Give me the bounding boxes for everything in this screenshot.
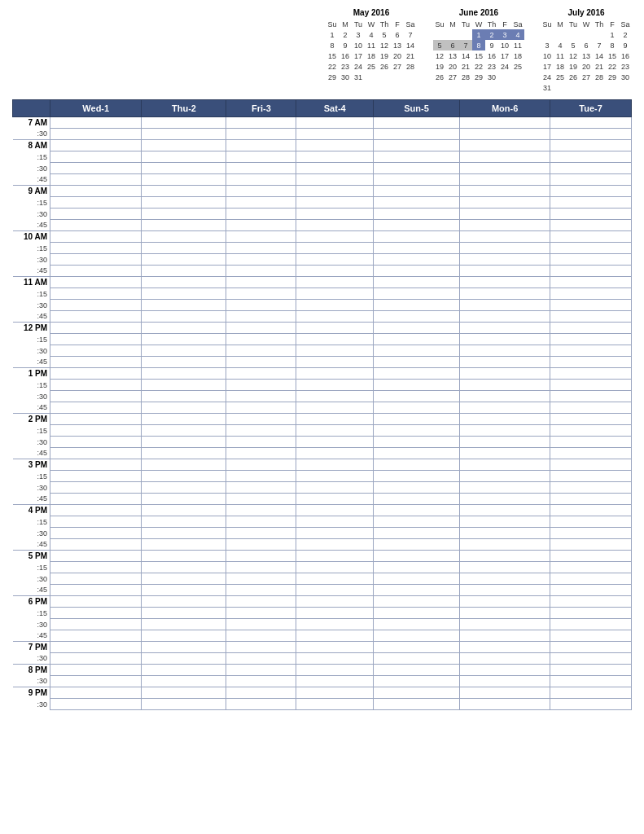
cell-20-6[interactable] xyxy=(550,345,632,357)
cell-22-1[interactable] xyxy=(142,368,226,380)
cell-34-1[interactable] xyxy=(142,505,226,516)
cell-5-2[interactable] xyxy=(226,174,296,186)
cell-11-6[interactable] xyxy=(550,243,632,254)
cell-39-2[interactable] xyxy=(226,562,296,573)
cell-34-0[interactable] xyxy=(50,505,142,516)
cell-6-1[interactable] xyxy=(142,186,226,197)
cell-31-0[interactable] xyxy=(50,471,142,482)
cell-20-5[interactable] xyxy=(459,345,550,357)
cell-21-5[interactable] xyxy=(459,357,550,368)
cell-34-4[interactable] xyxy=(374,505,460,516)
cell-43-0[interactable] xyxy=(50,608,142,619)
cell-6-5[interactable] xyxy=(459,186,550,197)
cell-21-0[interactable] xyxy=(50,357,142,368)
cell-32-0[interactable] xyxy=(50,482,142,494)
cell-13-1[interactable] xyxy=(142,266,226,277)
cell-16-5[interactable] xyxy=(459,300,550,311)
cell-46-1[interactable] xyxy=(142,642,226,653)
cell-4-4[interactable] xyxy=(374,163,460,174)
cell-48-4[interactable] xyxy=(374,665,460,676)
cell-25-5[interactable] xyxy=(459,402,550,414)
cell-13-6[interactable] xyxy=(550,266,632,277)
cell-33-1[interactable] xyxy=(142,494,226,505)
cell-35-5[interactable] xyxy=(459,516,550,528)
cell-31-1[interactable] xyxy=(142,471,226,482)
cell-19-4[interactable] xyxy=(374,334,460,345)
cell-1-5[interactable] xyxy=(459,129,550,140)
cell-34-5[interactable] xyxy=(459,505,550,516)
cell-7-6[interactable] xyxy=(550,197,632,208)
cell-1-6[interactable] xyxy=(550,129,632,140)
cell-37-2[interactable] xyxy=(226,539,296,551)
cell-16-4[interactable] xyxy=(374,300,460,311)
cell-42-3[interactable] xyxy=(296,596,374,608)
cell-34-2[interactable] xyxy=(226,505,296,516)
cell-42-4[interactable] xyxy=(374,596,460,608)
cell-25-1[interactable] xyxy=(142,402,226,414)
cell-15-1[interactable] xyxy=(142,288,226,300)
cell-28-3[interactable] xyxy=(296,437,374,448)
cell-4-6[interactable] xyxy=(550,163,632,174)
cell-49-6[interactable] xyxy=(550,676,632,687)
cell-11-0[interactable] xyxy=(50,243,142,254)
cell-14-0[interactable] xyxy=(50,277,142,288)
cell-49-4[interactable] xyxy=(374,676,460,687)
cell-48-0[interactable] xyxy=(50,665,142,676)
cell-26-4[interactable] xyxy=(374,414,460,425)
cell-20-4[interactable] xyxy=(374,345,460,357)
cell-50-0[interactable] xyxy=(50,687,142,699)
cell-30-5[interactable] xyxy=(459,459,550,471)
cell-12-3[interactable] xyxy=(296,254,374,266)
cell-14-5[interactable] xyxy=(459,277,550,288)
cell-5-6[interactable] xyxy=(550,174,632,186)
cell-10-6[interactable] xyxy=(550,231,632,243)
cell-51-2[interactable] xyxy=(226,699,296,710)
cell-43-2[interactable] xyxy=(226,608,296,619)
cell-44-0[interactable] xyxy=(50,619,142,630)
cell-8-6[interactable] xyxy=(550,208,632,220)
cell-17-2[interactable] xyxy=(226,311,296,323)
cell-5-1[interactable] xyxy=(142,174,226,186)
cell-31-5[interactable] xyxy=(459,471,550,482)
cell-44-6[interactable] xyxy=(550,619,632,630)
cell-39-6[interactable] xyxy=(550,562,632,573)
cell-42-1[interactable] xyxy=(142,596,226,608)
cell-35-0[interactable] xyxy=(50,516,142,528)
cell-40-3[interactable] xyxy=(296,573,374,585)
cell-41-1[interactable] xyxy=(142,585,226,596)
cell-50-5[interactable] xyxy=(459,687,550,699)
cell-3-3[interactable] xyxy=(296,151,374,163)
cell-38-2[interactable] xyxy=(226,551,296,562)
cell-9-0[interactable] xyxy=(50,220,142,231)
cell-37-4[interactable] xyxy=(374,539,460,551)
cell-20-3[interactable] xyxy=(296,345,374,357)
cell-23-0[interactable] xyxy=(50,380,142,391)
cell-42-2[interactable] xyxy=(226,596,296,608)
cell-27-2[interactable] xyxy=(226,425,296,437)
cell-20-1[interactable] xyxy=(142,345,226,357)
cell-18-0[interactable] xyxy=(50,323,142,334)
cell-22-4[interactable] xyxy=(374,368,460,380)
cell-18-1[interactable] xyxy=(142,323,226,334)
cell-9-2[interactable] xyxy=(226,220,296,231)
cell-51-3[interactable] xyxy=(296,699,374,710)
cell-7-3[interactable] xyxy=(296,197,374,208)
cell-13-3[interactable] xyxy=(296,266,374,277)
cell-24-5[interactable] xyxy=(459,391,550,402)
cell-51-0[interactable] xyxy=(50,699,142,710)
cell-47-6[interactable] xyxy=(550,653,632,665)
cell-49-3[interactable] xyxy=(296,676,374,687)
cell-15-4[interactable] xyxy=(374,288,460,300)
cell-25-4[interactable] xyxy=(374,402,460,414)
cell-24-4[interactable] xyxy=(374,391,460,402)
cell-26-0[interactable] xyxy=(50,414,142,425)
cell-10-1[interactable] xyxy=(142,231,226,243)
cell-17-4[interactable] xyxy=(374,311,460,323)
cell-37-0[interactable] xyxy=(50,539,142,551)
cell-9-5[interactable] xyxy=(459,220,550,231)
cell-45-4[interactable] xyxy=(374,630,460,642)
cell-29-2[interactable] xyxy=(226,448,296,459)
cell-23-4[interactable] xyxy=(374,380,460,391)
cell-28-4[interactable] xyxy=(374,437,460,448)
cell-19-2[interactable] xyxy=(226,334,296,345)
